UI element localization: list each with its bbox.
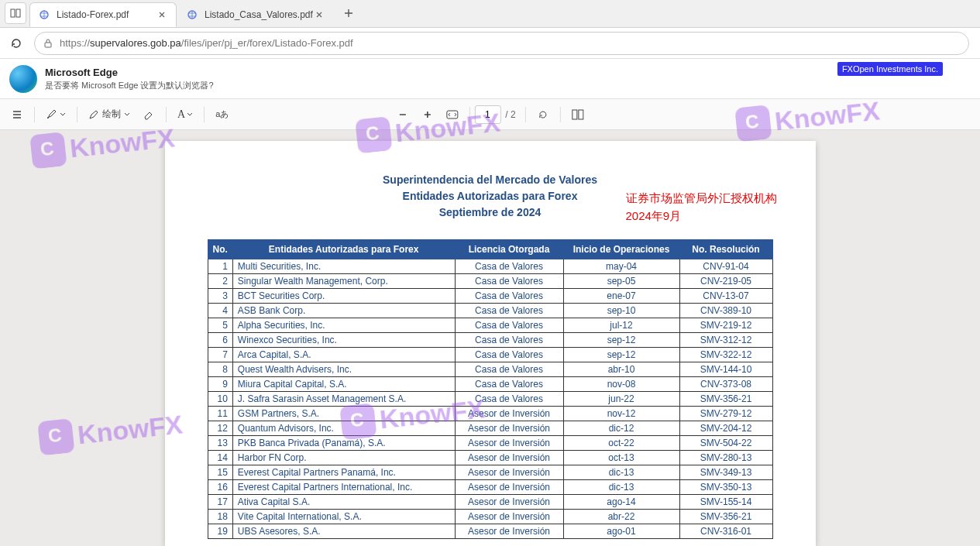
cell-no: 8 [208, 362, 232, 377]
chevron-down-icon [187, 112, 193, 118]
cell-resolution: SMV-204-12 [679, 421, 772, 436]
draw-button[interactable]: 绘制 [84, 104, 135, 125]
cell-entity: PKB Banca Privada (Panamá), S.A. [232, 436, 455, 451]
cell-entity: Miura Capital Capital, S.A. [232, 377, 455, 392]
svg-rect-6 [573, 110, 577, 119]
table-header-cell: Inicio de Operaciones [563, 240, 679, 259]
rotate-icon [538, 109, 548, 120]
table-row: 12Quantum Advisors, Inc.Asesor de Invers… [208, 421, 772, 436]
cell-license: Asesor de Inversión [455, 421, 563, 436]
cell-entity: Arca Capital, S.A. [232, 348, 455, 362]
table-header-cell: No. [208, 240, 232, 259]
table-row: 7Arca Capital, S.A.Casa de Valoressep-12… [208, 348, 772, 362]
browser-tab[interactable]: Listado-Forex.pdf [29, 2, 177, 27]
cell-entity: Everest Capital Partners Panamá, Inc. [232, 465, 455, 480]
url-host: supervalores.gob.pa [90, 37, 181, 49]
pdf-viewer[interactable]: Superintendencia del Mercado de Valores … [0, 130, 980, 546]
cell-resolution: SMV-312-12 [679, 333, 772, 348]
browser-tab[interactable]: Listado_Casa_Valores.pdf [178, 2, 333, 27]
data-table: No.Entidades Autorizadas para ForexLicen… [208, 239, 773, 539]
zoom-out-button[interactable] [391, 104, 413, 125]
close-tab-button[interactable] [313, 9, 325, 21]
separator [204, 107, 205, 122]
cell-license: Casa de Valores [455, 289, 563, 304]
list-icon [12, 109, 22, 120]
cell-start: abr-10 [563, 362, 679, 377]
fit-icon [445, 110, 458, 119]
cell-no: 18 [208, 510, 232, 524]
cell-no: 11 [208, 407, 232, 421]
erase-icon [143, 108, 155, 121]
table-row: 1Multi Securities, Inc.Casa de Valoresma… [208, 259, 772, 274]
cell-resolution: CNV-13-07 [679, 289, 772, 304]
pdf-toolbar: 绘制 A aあ / 2 [0, 99, 980, 130]
annotation-overlay: 证券市场监管局外汇授权机构 2024年9月 [626, 189, 777, 225]
svg-rect-1 [16, 9, 20, 17]
reload-icon [10, 37, 22, 50]
address-bar: https://supervalores.gob.pa/files/iper/p… [0, 28, 980, 59]
separator [34, 107, 35, 122]
cell-entity: GSM Partners, S.A. [232, 407, 455, 421]
svg-rect-7 [579, 110, 583, 119]
table-header-cell: Entidades Autorizadas para Forex [232, 240, 455, 259]
cell-resolution: SMV-349-13 [679, 465, 772, 480]
translate-button[interactable]: aあ [211, 104, 233, 125]
page-total-label: / 2 [505, 109, 515, 120]
cell-start: jun-22 [563, 392, 679, 407]
site-info-icon[interactable] [43, 38, 53, 49]
separator [77, 107, 77, 122]
cell-start: sep-12 [563, 348, 679, 362]
cell-entity: Quest Wealth Advisers, Inc. [232, 362, 455, 377]
cell-entity: Harbor FN Corp. [232, 451, 455, 465]
url-text[interactable]: https://supervalores.gob.pa/files/iper/p… [60, 37, 961, 49]
minus-icon [397, 110, 407, 119]
highlighter-icon [46, 108, 58, 121]
reload-button[interactable] [5, 32, 28, 55]
table-header-cell: Licencia Otorgada [455, 240, 563, 259]
page-view-button[interactable] [567, 104, 589, 125]
url-box[interactable]: https://supervalores.gob.pa/files/iper/p… [34, 32, 969, 55]
table-row: 16Everest Capital Partners International… [208, 480, 772, 495]
url-prefix: https:// [60, 37, 90, 49]
cell-entity: Vite Capital International, S.A. [232, 510, 455, 524]
cell-start: ago-14 [563, 495, 679, 510]
table-row: 11GSM Partners, S.A.Asesor de Inversiónn… [208, 407, 772, 421]
page-number-input[interactable] [474, 105, 500, 124]
table-row: 18Vite Capital International, S.A.Asesor… [208, 510, 772, 524]
cell-license: Casa de Valores [455, 348, 563, 362]
tabs-icon [10, 8, 21, 19]
cell-resolution: SMV-356-21 [679, 392, 772, 407]
erase-button[interactable] [138, 104, 160, 125]
cell-start: dic-13 [563, 480, 679, 495]
close-icon [315, 11, 323, 19]
cell-license: Casa de Valores [455, 362, 563, 377]
table-row: 4ASB Bank Corp.Casa de Valoressep-10CNV-… [208, 304, 772, 318]
cell-license: Asesor de Inversión [455, 495, 563, 510]
cell-no: 19 [208, 524, 232, 539]
edge-logo-icon [9, 65, 37, 93]
cell-no: 9 [208, 377, 232, 392]
cell-resolution: SMV-144-10 [679, 362, 772, 377]
cell-resolution: CNV-219-05 [679, 274, 772, 289]
chevron-down-icon [124, 112, 130, 118]
fit-button[interactable] [441, 104, 462, 125]
cell-entity: Everest Capital Partners International, … [232, 480, 455, 495]
draw-label: 绘制 [102, 108, 121, 121]
cell-start: dic-12 [563, 421, 679, 436]
cell-entity: Quantum Advisors, Inc. [232, 421, 455, 436]
table-row: 6Winexco Securities, Inc.Casa de Valores… [208, 333, 772, 348]
zoom-in-button[interactable] [416, 104, 438, 125]
cell-start: nov-12 [563, 407, 679, 421]
cell-start: may-04 [563, 259, 679, 274]
separator [560, 107, 561, 122]
rotate-button[interactable] [532, 104, 554, 125]
close-tab-button[interactable] [156, 9, 168, 21]
url-path: /files/iper/pj_er/forex/Listado-Forex.pd… [181, 37, 353, 49]
cell-start: oct-13 [563, 451, 679, 465]
tab-actions-button[interactable] [5, 2, 26, 24]
highlighter-button[interactable] [41, 104, 70, 125]
contents-button[interactable] [6, 104, 28, 125]
text-tool-button[interactable]: A [173, 104, 198, 125]
new-tab-button[interactable] [338, 2, 359, 24]
tab-title: Listado-Forex.pdf [57, 9, 156, 20]
